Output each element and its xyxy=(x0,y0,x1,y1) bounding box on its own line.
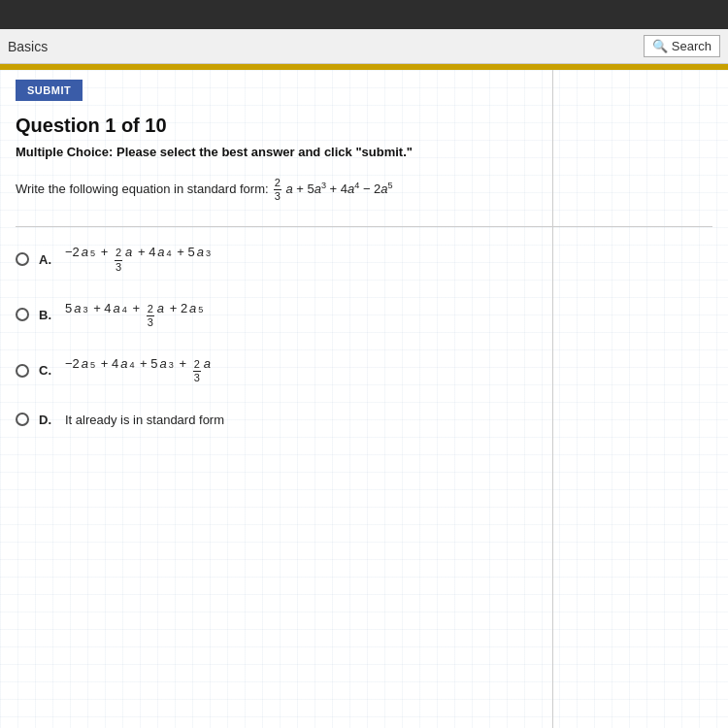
option-b: B. 5a3 + 4a4 + 23a + 2a5 xyxy=(16,301,712,329)
question-equation: 23 a + 5a3 + 4a4 − 2a5 xyxy=(273,177,393,203)
content-area: SUBMIT Question 1 of 10 Multiple Choice:… xyxy=(0,70,728,728)
option-d-content: It already is in standard form xyxy=(65,413,224,427)
nav-bar: Basics 🔍 Search xyxy=(0,29,728,64)
question-title: Question 1 of 10 xyxy=(16,115,712,137)
browser-top-bar xyxy=(0,0,728,29)
option-a: A. −2a5 + 23a + 4a4 + 5a3 xyxy=(16,245,712,273)
option-c: C. −2a5 + 4a4 + 5a3 + 23a xyxy=(16,356,712,384)
radio-b[interactable] xyxy=(16,308,29,321)
option-c-content: −2a5 + 4a4 + 5a3 + 23a xyxy=(65,356,211,384)
radio-c[interactable] xyxy=(16,364,29,378)
search-icon: 🔍 xyxy=(652,39,668,53)
question-prompt-text: Write the following equation in standard… xyxy=(16,182,269,196)
option-a-content: −2a5 + 23a + 4a4 + 5a3 xyxy=(65,245,211,273)
search-label: Search xyxy=(672,39,711,53)
option-b-content: 5a3 + 4a4 + 23a + 2a5 xyxy=(65,301,203,329)
instruction-text: Multiple Choice: Please select the best … xyxy=(16,145,712,159)
search-box[interactable]: 🔍 Search xyxy=(644,35,720,57)
option-a-label: A. xyxy=(39,252,51,267)
option-d: D. It already is in standard form xyxy=(16,413,712,427)
options-list: A. −2a5 + 23a + 4a4 + 5a3 B. 5a3 + 4a4 +… xyxy=(16,245,712,426)
question-prompt: Write the following equation in standard… xyxy=(16,177,712,203)
radio-a[interactable] xyxy=(16,252,29,266)
option-b-label: B. xyxy=(39,308,51,322)
radio-d[interactable] xyxy=(16,413,29,426)
divider xyxy=(16,226,712,227)
submit-button[interactable]: SUBMIT xyxy=(16,80,83,101)
option-d-label: D. xyxy=(39,413,51,427)
nav-title: Basics xyxy=(8,39,48,54)
option-c-label: C. xyxy=(39,363,51,378)
